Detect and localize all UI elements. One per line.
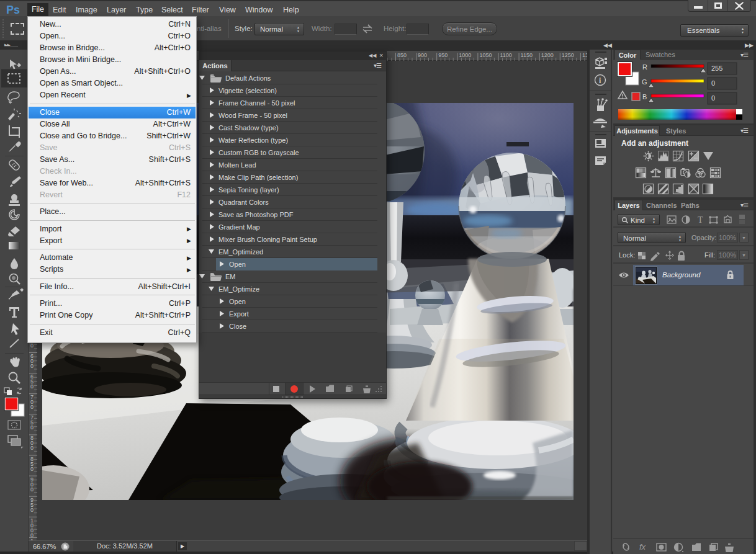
svg-text:0: 0 <box>30 424 34 431</box>
svg-text:1250: 1250 <box>562 52 574 58</box>
svg-text:i: i <box>599 76 601 85</box>
svg-text:0: 0 <box>711 79 715 87</box>
svg-text:R: R <box>642 63 647 71</box>
svg-text:1150: 1150 <box>521 52 533 58</box>
svg-text:0: 0 <box>30 466 34 472</box>
svg-text:1000: 1000 <box>459 52 471 58</box>
svg-text:1200: 1200 <box>541 52 554 58</box>
svg-text:255: 255 <box>711 65 722 72</box>
svg-text:850: 850 <box>397 52 407 58</box>
svg-text:1300: 1300 <box>582 52 587 58</box>
svg-text:B: B <box>642 93 647 101</box>
svg-text:G: G <box>642 78 647 86</box>
svg-text:950: 950 <box>438 52 448 58</box>
svg-text:1100: 1100 <box>500 52 512 58</box>
svg-text:1050: 1050 <box>479 52 492 58</box>
svg-text:900: 900 <box>418 52 427 58</box>
svg-text:0: 0 <box>30 445 34 451</box>
svg-text:0: 0 <box>30 507 34 513</box>
svg-text:0: 0 <box>30 404 34 410</box>
svg-text:T: T <box>698 215 703 225</box>
svg-text:fx: fx <box>639 542 646 552</box>
svg-text:0: 0 <box>30 383 34 390</box>
svg-text:0: 0 <box>711 94 715 102</box>
svg-text:0: 0 <box>30 342 34 349</box>
svg-text:0: 0 <box>30 486 34 493</box>
svg-text:0: 0 <box>30 363 34 369</box>
